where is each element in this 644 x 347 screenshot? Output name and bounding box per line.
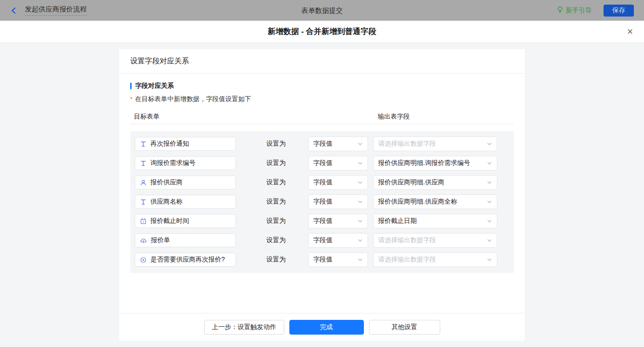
field-mapping-card: 设置字段对应关系 字段对应关系 * 在目标表单中新增数据，字段值设置如下 目标表…	[119, 49, 525, 341]
chevron-down-icon	[357, 257, 363, 262]
set-as-label: 设置为	[266, 217, 286, 225]
mapping-note-text: 在目标表单中新增数据，字段值设置如下	[135, 95, 251, 103]
section-label: 字段对应关系	[135, 82, 174, 90]
close-icon[interactable]: ×	[627, 27, 633, 37]
dialog-header: 新增数据 - 合并新增到普通字段 ×	[0, 21, 644, 43]
column-target-form: 目标表单	[134, 113, 160, 121]
beginner-guide-label: 新手引导	[566, 6, 592, 15]
value-mode-select[interactable]: 字段值	[308, 233, 368, 248]
chevron-down-icon	[487, 257, 492, 262]
output-field-select[interactable]: 请选择输出数据字段	[373, 252, 497, 267]
target-field-item[interactable]: 报价供应商	[135, 176, 236, 189]
value-mode-select[interactable]: 字段值	[308, 214, 368, 228]
output-field-select[interactable]: 请选择输出数据字段	[373, 137, 497, 151]
mapping-row: 再次报价通知 设置为 字段值 请选择输出数据字段	[130, 137, 514, 151]
output-field-select[interactable]: 报价截止日期	[373, 214, 497, 228]
text-field-icon	[140, 141, 147, 148]
cloud-upload-icon	[140, 237, 147, 244]
section-accent-bar	[130, 83, 132, 89]
flow-title[interactable]: 发起供应商报价流程	[25, 5, 87, 16]
set-as-label: 设置为	[266, 178, 286, 187]
save-button[interactable]: 保存	[604, 5, 634, 17]
output-field-select[interactable]: 请选择输出数据字段	[373, 233, 497, 248]
done-button[interactable]: 完成	[289, 320, 364, 335]
mapping-panel: 再次报价通知 设置为 字段值 请选择输出数据字段 询报价需求编号 设置为 字段值	[130, 131, 514, 273]
chevron-down-icon	[487, 141, 492, 147]
column-output-fields: 输出表字段	[378, 113, 410, 121]
chevron-down-icon	[487, 180, 492, 185]
text-field-icon	[140, 160, 147, 167]
mapping-row: 报价单 设置为 字段值 请选择输出数据字段	[130, 233, 514, 247]
mapping-row: 报价供应商 设置为 字段值 报价供应商明细.供应商	[130, 176, 514, 189]
person-icon	[140, 179, 147, 186]
other-settings-button[interactable]: 其他设置	[369, 320, 440, 335]
chevron-down-icon	[357, 238, 363, 243]
output-field-select[interactable]: 报价供应商明细.询报价需求编号	[373, 156, 497, 171]
value-mode-select[interactable]: 字段值	[308, 137, 368, 151]
output-field-select[interactable]: 报价供应商明细.供应商全称	[373, 194, 497, 209]
value-mode-select[interactable]: 字段值	[308, 252, 368, 267]
svg-text:7: 7	[143, 220, 144, 223]
mapping-row: 供应商名称 设置为 字段值 报价供应商明细.供应商全称	[130, 195, 514, 209]
mapping-row: 询报价需求编号 设置为 字段值 报价供应商明细.询报价需求编号	[130, 156, 514, 170]
output-field-select[interactable]: 报价供应商明细.供应商	[373, 175, 497, 190]
page-title: 表单数据提交	[301, 6, 343, 15]
set-as-label: 设置为	[266, 256, 286, 264]
radio-icon	[140, 256, 147, 263]
value-mode-select[interactable]: 字段值	[308, 175, 368, 190]
previous-step-button[interactable]: 上一步：设置触发动作	[204, 320, 284, 335]
card-footer: 上一步：设置触发动作 完成 其他设置	[119, 313, 525, 341]
chevron-down-icon	[357, 160, 363, 166]
target-field-item[interactable]: 是否需要供应商再次报价?	[135, 253, 236, 267]
back-icon[interactable]	[10, 7, 17, 14]
text-field-icon	[140, 199, 147, 205]
set-as-label: 设置为	[266, 140, 286, 148]
value-mode-select[interactable]: 字段值	[308, 194, 368, 209]
target-field-item[interactable]: 7 报价截止时间	[135, 214, 236, 228]
set-as-label: 设置为	[266, 198, 286, 206]
mapping-note: * 在目标表单中新增数据，字段值设置如下	[130, 95, 514, 103]
beginner-guide-link[interactable]: 新手引导	[557, 6, 592, 15]
chevron-down-icon	[357, 218, 363, 224]
target-field-item[interactable]: 再次报价通知	[135, 137, 236, 151]
mapping-row: 7 报价截止时间 设置为 字段值 报价截止日期	[130, 214, 514, 228]
chevron-down-icon	[357, 199, 363, 205]
calendar-icon: 7	[140, 218, 147, 225]
mapping-row: 是否需要供应商再次报价? 设置为 字段值 请选择输出数据字段	[130, 253, 514, 267]
chevron-down-icon	[487, 160, 492, 166]
chevron-down-icon	[487, 218, 492, 224]
chevron-down-icon	[357, 141, 363, 147]
target-field-item[interactable]: 报价单	[135, 233, 236, 247]
set-as-label: 设置为	[266, 236, 286, 245]
target-field-item[interactable]: 询报价需求编号	[135, 156, 236, 170]
lightbulb-icon	[557, 6, 564, 15]
topbar: 发起供应商报价流程 表单数据提交 新手引导 保存	[0, 0, 644, 21]
column-headers: 目标表单 输出表字段	[130, 113, 514, 123]
set-as-label: 设置为	[266, 159, 286, 167]
target-field-item[interactable]: 供应商名称	[135, 195, 236, 209]
value-mode-select[interactable]: 字段值	[308, 156, 368, 171]
chevron-down-icon	[487, 238, 492, 243]
chevron-down-icon	[487, 199, 492, 205]
section-title: 字段对应关系	[130, 82, 514, 90]
required-mark: *	[130, 96, 132, 102]
column-divider	[130, 124, 514, 124]
dialog-title: 新增数据 - 合并新增到普通字段	[268, 26, 376, 37]
card-header: 设置字段对应关系	[119, 49, 525, 74]
chevron-down-icon	[357, 180, 363, 185]
